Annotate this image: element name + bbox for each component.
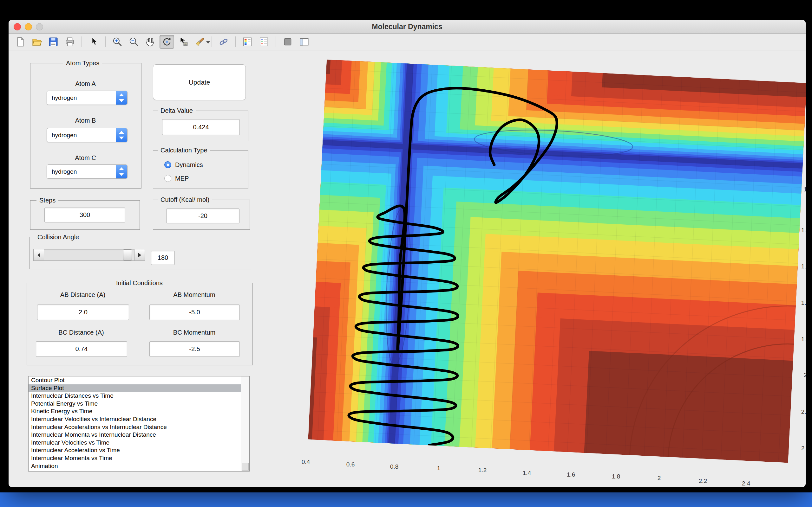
atom-c-popup[interactable]: hydrogen <box>47 164 128 179</box>
collision-angle-field[interactable]: 180 <box>151 250 175 265</box>
potential-energy-surface <box>308 60 806 463</box>
scrollbar-grip[interactable] <box>242 463 249 470</box>
surface-plot[interactable] <box>308 60 806 463</box>
atom-a-value: hydrogen <box>52 91 77 105</box>
bc-momentum-field[interactable]: -2.5 <box>149 341 240 357</box>
list-item[interactable]: Internuclear Accelerations vs Internucle… <box>29 424 249 431</box>
toolbar-separator <box>105 37 106 47</box>
desktop-dock-strip <box>0 493 812 507</box>
toolbar-separator <box>235 37 236 47</box>
x-tick-label: 2.4 <box>742 480 750 487</box>
y-tick-label: 1.8 <box>801 336 806 343</box>
link-plot-icon[interactable] <box>216 35 231 49</box>
title-bar[interactable]: Molecular Dynamics <box>9 20 806 34</box>
atom-a-label: Atom A <box>30 80 141 88</box>
y-tick-label: 2 <box>804 372 806 379</box>
initial-conditions-group-label: Initial Conditions <box>113 279 165 287</box>
atom-b-value: hydrogen <box>52 128 77 142</box>
atom-b-popup[interactable]: hydrogen <box>47 128 128 142</box>
toolbar-separator <box>82 37 82 47</box>
steps-group-label: Steps <box>37 196 58 205</box>
open-file-icon[interactable] <box>30 35 44 49</box>
bc-distance-label: BC Distance (A) <box>36 329 126 336</box>
atom-a-popup[interactable]: hydrogen <box>47 91 128 105</box>
legend-icon[interactable] <box>257 35 271 49</box>
cutoff-group-label: Cutoff (Kcal/ mol) <box>158 195 212 204</box>
calculation-type-group-label: Calculation Type <box>158 146 210 154</box>
x-tick-label: 1 <box>437 465 441 472</box>
pointer-icon[interactable] <box>86 35 101 49</box>
list-item[interactable]: Internuclear Velocities vs Internuclear … <box>29 415 249 424</box>
ab-momentum-label: AB Momentum <box>149 291 239 298</box>
cutoff-field[interactable]: -20 <box>166 209 240 223</box>
popup-stepper-icon[interactable] <box>116 165 127 178</box>
list-item[interactable]: Potential Energy vs Time <box>29 400 249 408</box>
y-tick-label: 1.6 <box>801 299 806 306</box>
x-tick-label: 2 <box>658 475 661 482</box>
calculation-type-group <box>153 150 248 189</box>
atom-b-label: Atom B <box>30 117 141 124</box>
list-item[interactable]: Internuclear Momenta vs Internuclear Dis… <box>29 431 249 439</box>
ab-distance-label: AB Distance (A) <box>37 291 129 298</box>
collision-angle-slider[interactable] <box>33 249 145 261</box>
atom-c-value: hydrogen <box>52 165 77 178</box>
update-button[interactable]: Update <box>153 64 246 100</box>
hide-plot-tools-icon[interactable] <box>281 35 295 49</box>
list-item[interactable]: Internulear Velocities vs Time <box>29 439 249 447</box>
y-tick-label: 1.4 <box>801 263 806 270</box>
brush-menu-caret-icon[interactable] <box>206 41 210 44</box>
list-item[interactable]: Internuclear Momenta vs Time <box>29 454 249 462</box>
dynamics-radio-label: Dynamics <box>175 161 203 169</box>
slider-thumb[interactable] <box>123 249 132 261</box>
bc-momentum-label: BC Momentum <box>149 329 239 336</box>
y-tick-label: 1 <box>804 186 806 193</box>
list-item[interactable]: Kinetic Energy vs Time <box>29 407 249 415</box>
dynamics-radio[interactable] <box>164 161 171 168</box>
desktop: { "window": { "title": "Molecular Dynami… <box>0 0 812 507</box>
brush-icon[interactable] <box>193 35 207 49</box>
x-tick-label: 0.8 <box>390 463 398 470</box>
list-item[interactable]: Internuclear Distances vs Time <box>29 392 249 400</box>
ab-distance-field[interactable]: 2.0 <box>37 304 129 320</box>
rotate-3d-icon[interactable] <box>159 35 174 49</box>
zoom-in-icon[interactable] <box>110 35 125 49</box>
atom-types-group-label: Atom Types <box>63 59 102 67</box>
steps-field[interactable]: 300 <box>44 208 125 222</box>
collision-angle-group-label: Collision Angle <box>35 233 82 241</box>
new-figure-icon[interactable] <box>13 35 28 49</box>
print-figure-icon[interactable] <box>62 35 77 49</box>
x-tick-label: 1.4 <box>523 469 531 476</box>
ab-momentum-field[interactable]: -5.0 <box>149 304 240 320</box>
show-plot-tools-icon[interactable] <box>297 35 311 49</box>
list-item[interactable]: Animation <box>29 462 249 470</box>
popup-stepper-icon[interactable] <box>116 128 127 142</box>
colorbar-icon[interactable] <box>240 35 255 49</box>
save-figure-icon[interactable] <box>46 35 61 49</box>
x-tick-label: 0.6 <box>346 461 355 468</box>
list-item[interactable]: Contour Plot <box>29 377 249 384</box>
list-item-selected[interactable]: Surface Plot <box>29 384 249 392</box>
popup-stepper-icon[interactable] <box>116 91 127 105</box>
plot-type-listbox[interactable]: Contour Plot Surface Plot Internuclear D… <box>28 376 250 471</box>
mep-radio[interactable] <box>164 175 171 182</box>
x-tick-label: 1.2 <box>478 467 487 474</box>
data-cursor-icon[interactable] <box>176 35 191 49</box>
toolbar-separator <box>275 37 276 47</box>
listbox-scrollbar[interactable] <box>241 377 249 471</box>
pan-icon[interactable] <box>143 35 158 49</box>
x-tick-label: 0.4 <box>302 458 310 465</box>
y-tick-label: 2.4 <box>801 445 806 452</box>
mep-radio-label: MEP <box>175 175 189 182</box>
app-window: Molecular Dynamics <box>9 20 806 487</box>
zoom-out-icon[interactable] <box>126 35 141 49</box>
atom-c-label: Atom C <box>30 154 141 162</box>
slider-right-arrow-icon[interactable] <box>134 249 145 261</box>
delta-value-field[interactable]: 0.424 <box>162 119 240 135</box>
figure-toolbar <box>9 34 806 50</box>
delta-value-group-label: Delta Value <box>158 107 196 115</box>
list-item[interactable]: Internuclear Acceleration vs Time <box>29 447 249 454</box>
y-tick-label: 2.2 <box>801 408 806 415</box>
slider-left-arrow-icon[interactable] <box>34 249 44 261</box>
bc-distance-field[interactable]: 0.74 <box>36 341 127 357</box>
x-tick-label: 2.2 <box>699 477 707 485</box>
